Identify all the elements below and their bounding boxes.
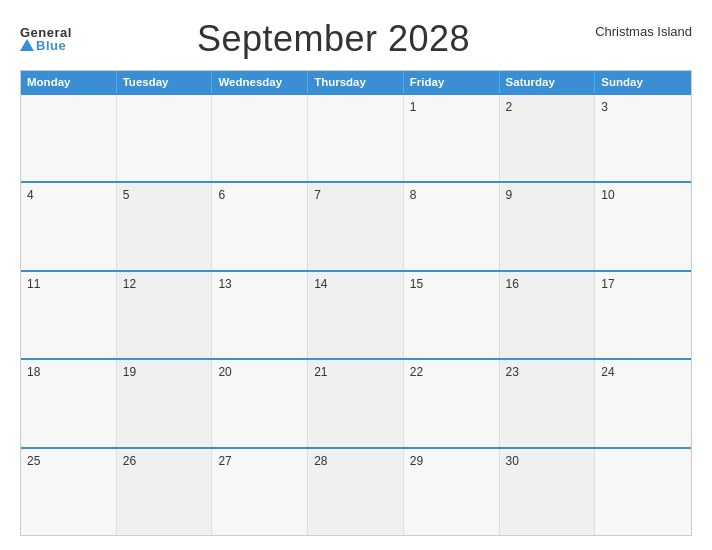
week-5: 25 26 27 28 29 30 (21, 447, 691, 535)
week1-thu (308, 95, 404, 181)
header-tuesday: Tuesday (117, 71, 213, 93)
week1-sat: 2 (500, 95, 596, 181)
header: General Blue September 2028 Christmas Is… (20, 18, 692, 60)
week2-thu: 7 (308, 183, 404, 269)
week3-thu: 14 (308, 272, 404, 358)
week1-mon (21, 95, 117, 181)
week4-fri: 22 (404, 360, 500, 446)
week-4: 18 19 20 21 22 23 24 (21, 358, 691, 446)
week5-sun (595, 449, 691, 535)
location-label: Christmas Island (595, 24, 692, 39)
week4-sat: 23 (500, 360, 596, 446)
week5-fri: 29 (404, 449, 500, 535)
week1-sun: 3 (595, 95, 691, 181)
week2-wed: 6 (212, 183, 308, 269)
header-sunday: Sunday (595, 71, 691, 93)
week1-fri: 1 (404, 95, 500, 181)
week4-thu: 21 (308, 360, 404, 446)
header-monday: Monday (21, 71, 117, 93)
header-saturday: Saturday (500, 71, 596, 93)
week3-fri: 15 (404, 272, 500, 358)
logo: General Blue (20, 26, 72, 52)
week4-tue: 19 (117, 360, 213, 446)
week5-wed: 27 (212, 449, 308, 535)
calendar: Monday Tuesday Wednesday Thursday Friday… (20, 70, 692, 536)
week2-mon: 4 (21, 183, 117, 269)
week5-tue: 26 (117, 449, 213, 535)
week2-sat: 9 (500, 183, 596, 269)
week2-tue: 5 (117, 183, 213, 269)
week3-wed: 13 (212, 272, 308, 358)
week-1: 1 2 3 (21, 93, 691, 181)
week3-sat: 16 (500, 272, 596, 358)
week4-wed: 20 (212, 360, 308, 446)
week5-sat: 30 (500, 449, 596, 535)
week2-fri: 8 (404, 183, 500, 269)
week4-sun: 24 (595, 360, 691, 446)
week5-mon: 25 (21, 449, 117, 535)
header-thursday: Thursday (308, 71, 404, 93)
week3-mon: 11 (21, 272, 117, 358)
calendar-header-row: Monday Tuesday Wednesday Thursday Friday… (21, 71, 691, 93)
logo-blue-row: Blue (20, 39, 66, 52)
week4-mon: 18 (21, 360, 117, 446)
header-friday: Friday (404, 71, 500, 93)
week-2: 4 5 6 7 8 9 10 (21, 181, 691, 269)
week3-sun: 17 (595, 272, 691, 358)
week3-tue: 12 (117, 272, 213, 358)
calendar-title: September 2028 (197, 18, 470, 60)
header-wednesday: Wednesday (212, 71, 308, 93)
week1-wed (212, 95, 308, 181)
week-3: 11 12 13 14 15 16 17 (21, 270, 691, 358)
logo-triangle-icon (20, 39, 34, 51)
calendar-weeks: 1 2 3 4 5 6 7 8 9 10 11 12 13 14 15 (21, 93, 691, 535)
page: General Blue September 2028 Christmas Is… (0, 0, 712, 550)
logo-blue-text: Blue (36, 39, 66, 52)
week2-sun: 10 (595, 183, 691, 269)
week1-tue (117, 95, 213, 181)
week5-thu: 28 (308, 449, 404, 535)
